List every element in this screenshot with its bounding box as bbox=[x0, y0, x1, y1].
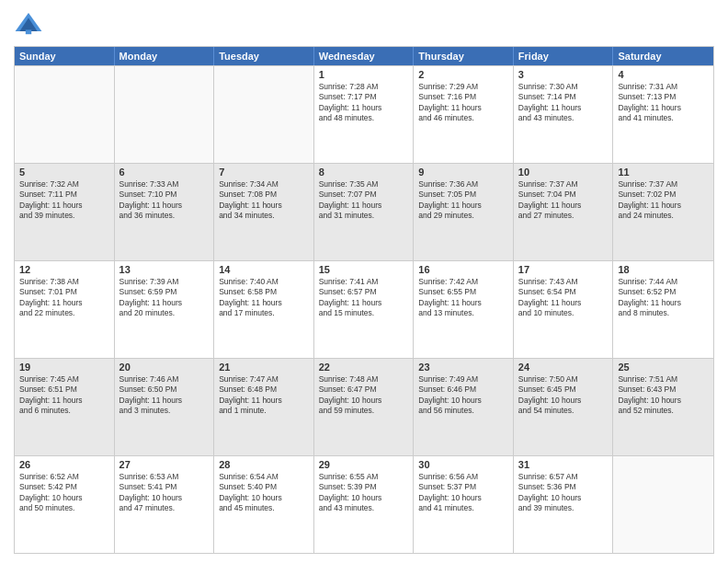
day-number: 1 bbox=[319, 69, 409, 80]
day-number: 28 bbox=[219, 459, 309, 470]
empty-cell-0-2 bbox=[214, 66, 314, 163]
day-info: Sunrise: 7:34 AMSunset: 7:08 PMDaylight:… bbox=[219, 179, 309, 222]
day-number: 15 bbox=[319, 264, 409, 275]
day-info: Sunrise: 7:45 AMSunset: 6:51 PMDaylight:… bbox=[19, 374, 109, 417]
day-number: 29 bbox=[319, 459, 409, 470]
header bbox=[14, 9, 714, 39]
day-cell-20: 20Sunrise: 7:46 AMSunset: 6:50 PMDayligh… bbox=[115, 359, 215, 455]
day-info: Sunrise: 6:53 AMSunset: 5:41 PMDaylight:… bbox=[119, 472, 210, 514]
day-cell-18: 18Sunrise: 7:44 AMSunset: 6:52 PMDayligh… bbox=[613, 261, 713, 358]
day-cell-13: 13Sunrise: 7:39 AMSunset: 6:59 PMDayligh… bbox=[115, 261, 215, 358]
day-cell-29: 29Sunrise: 6:55 AMSunset: 5:39 PMDayligh… bbox=[314, 456, 415, 553]
day-number: 7 bbox=[219, 167, 309, 178]
calendar-header: SundayMondayTuesdayWednesdayThursdayFrid… bbox=[15, 47, 713, 65]
day-number: 19 bbox=[19, 362, 109, 373]
logo-icon bbox=[14, 9, 43, 39]
day-info: Sunrise: 7:30 AMSunset: 7:14 PMDaylight:… bbox=[518, 82, 609, 124]
day-info: Sunrise: 6:55 AMSunset: 5:39 PMDaylight:… bbox=[319, 472, 409, 514]
day-number: 21 bbox=[219, 362, 309, 373]
header-day-wednesday: Wednesday bbox=[314, 47, 415, 65]
calendar-body: 1Sunrise: 7:28 AMSunset: 7:17 PMDaylight… bbox=[15, 65, 713, 553]
day-info: Sunrise: 7:51 AMSunset: 6:43 PMDaylight:… bbox=[618, 374, 709, 417]
svg-rect-2 bbox=[26, 29, 31, 34]
header-day-friday: Friday bbox=[514, 47, 614, 65]
day-cell-14: 14Sunrise: 7:40 AMSunset: 6:58 PMDayligh… bbox=[214, 261, 314, 358]
day-cell-24: 24Sunrise: 7:50 AMSunset: 6:45 PMDayligh… bbox=[514, 359, 614, 455]
day-info: Sunrise: 7:43 AMSunset: 6:54 PMDaylight:… bbox=[518, 277, 609, 319]
day-cell-2: 2Sunrise: 7:29 AMSunset: 7:16 PMDaylight… bbox=[414, 66, 514, 163]
day-info: Sunrise: 7:44 AMSunset: 6:52 PMDaylight:… bbox=[618, 277, 709, 319]
calendar-row-2: 12Sunrise: 7:38 AMSunset: 7:01 PMDayligh… bbox=[15, 260, 713, 358]
day-info: Sunrise: 6:52 AMSunset: 5:42 PMDaylight:… bbox=[19, 472, 109, 514]
day-info: Sunrise: 7:35 AMSunset: 7:07 PMDaylight:… bbox=[319, 179, 409, 222]
day-number: 22 bbox=[319, 362, 409, 373]
day-cell-22: 22Sunrise: 7:48 AMSunset: 6:47 PMDayligh… bbox=[314, 359, 415, 455]
header-day-saturday: Saturday bbox=[613, 47, 713, 65]
day-number: 16 bbox=[418, 264, 508, 275]
day-cell-16: 16Sunrise: 7:42 AMSunset: 6:55 PMDayligh… bbox=[414, 261, 514, 358]
page: SundayMondayTuesdayWednesdayThursdayFrid… bbox=[0, 0, 728, 563]
empty-cell-0-0 bbox=[15, 66, 115, 163]
empty-cell-0-1 bbox=[115, 66, 215, 163]
day-cell-25: 25Sunrise: 7:51 AMSunset: 6:43 PMDayligh… bbox=[613, 359, 713, 455]
day-info: Sunrise: 7:38 AMSunset: 7:01 PMDaylight:… bbox=[19, 277, 109, 319]
day-info: Sunrise: 7:37 AMSunset: 7:04 PMDaylight:… bbox=[518, 179, 609, 222]
day-cell-9: 9Sunrise: 7:36 AMSunset: 7:05 PMDaylight… bbox=[414, 164, 514, 260]
day-number: 14 bbox=[219, 264, 309, 275]
day-info: Sunrise: 7:33 AMSunset: 7:10 PMDaylight:… bbox=[119, 179, 210, 222]
day-cell-26: 26Sunrise: 6:52 AMSunset: 5:42 PMDayligh… bbox=[15, 456, 115, 553]
day-cell-6: 6Sunrise: 7:33 AMSunset: 7:10 PMDaylight… bbox=[115, 164, 215, 260]
day-info: Sunrise: 7:41 AMSunset: 6:57 PMDaylight:… bbox=[319, 277, 409, 319]
day-info: Sunrise: 7:29 AMSunset: 7:16 PMDaylight:… bbox=[418, 82, 508, 124]
day-cell-17: 17Sunrise: 7:43 AMSunset: 6:54 PMDayligh… bbox=[514, 261, 614, 358]
day-info: Sunrise: 6:56 AMSunset: 5:37 PMDaylight:… bbox=[418, 472, 508, 514]
day-number: 10 bbox=[518, 167, 609, 178]
header-day-sunday: Sunday bbox=[15, 47, 115, 65]
day-number: 6 bbox=[119, 167, 210, 178]
day-cell-21: 21Sunrise: 7:47 AMSunset: 6:48 PMDayligh… bbox=[214, 359, 314, 455]
day-number: 20 bbox=[119, 362, 210, 373]
day-number: 31 bbox=[518, 459, 609, 470]
day-number: 5 bbox=[19, 167, 109, 178]
day-cell-10: 10Sunrise: 7:37 AMSunset: 7:04 PMDayligh… bbox=[514, 164, 614, 260]
day-cell-23: 23Sunrise: 7:49 AMSunset: 6:46 PMDayligh… bbox=[414, 359, 514, 455]
day-info: Sunrise: 7:49 AMSunset: 6:46 PMDaylight:… bbox=[418, 374, 508, 417]
day-number: 18 bbox=[618, 264, 709, 275]
day-number: 25 bbox=[618, 362, 709, 373]
day-info: Sunrise: 7:46 AMSunset: 6:50 PMDaylight:… bbox=[119, 374, 210, 417]
day-number: 30 bbox=[418, 459, 508, 470]
calendar-row-3: 19Sunrise: 7:45 AMSunset: 6:51 PMDayligh… bbox=[15, 358, 713, 455]
day-number: 26 bbox=[19, 459, 109, 470]
day-info: Sunrise: 7:32 AMSunset: 7:11 PMDaylight:… bbox=[19, 179, 109, 222]
day-info: Sunrise: 7:47 AMSunset: 6:48 PMDaylight:… bbox=[219, 374, 309, 417]
day-number: 9 bbox=[418, 167, 508, 178]
day-cell-27: 27Sunrise: 6:53 AMSunset: 5:41 PMDayligh… bbox=[115, 456, 215, 553]
day-cell-7: 7Sunrise: 7:34 AMSunset: 7:08 PMDaylight… bbox=[214, 164, 314, 260]
day-cell-15: 15Sunrise: 7:41 AMSunset: 6:57 PMDayligh… bbox=[314, 261, 415, 358]
day-cell-1: 1Sunrise: 7:28 AMSunset: 7:17 PMDaylight… bbox=[314, 66, 415, 163]
calendar-row-0: 1Sunrise: 7:28 AMSunset: 7:17 PMDaylight… bbox=[15, 65, 713, 163]
day-number: 4 bbox=[618, 69, 709, 80]
header-day-monday: Monday bbox=[115, 47, 215, 65]
day-number: 3 bbox=[518, 69, 609, 80]
day-cell-3: 3Sunrise: 7:30 AMSunset: 7:14 PMDaylight… bbox=[514, 66, 614, 163]
header-day-tuesday: Tuesday bbox=[214, 47, 314, 65]
logo bbox=[14, 9, 47, 39]
day-info: Sunrise: 7:36 AMSunset: 7:05 PMDaylight:… bbox=[418, 179, 508, 222]
day-info: Sunrise: 7:40 AMSunset: 6:58 PMDaylight:… bbox=[219, 277, 309, 319]
day-info: Sunrise: 7:28 AMSunset: 7:17 PMDaylight:… bbox=[319, 82, 409, 124]
day-number: 11 bbox=[618, 167, 709, 178]
day-number: 24 bbox=[518, 362, 609, 373]
day-cell-11: 11Sunrise: 7:37 AMSunset: 7:02 PMDayligh… bbox=[613, 164, 713, 260]
day-info: Sunrise: 7:48 AMSunset: 6:47 PMDaylight:… bbox=[319, 374, 409, 417]
day-number: 23 bbox=[418, 362, 508, 373]
day-number: 8 bbox=[319, 167, 409, 178]
day-info: Sunrise: 7:42 AMSunset: 6:55 PMDaylight:… bbox=[418, 277, 508, 319]
day-number: 27 bbox=[119, 459, 210, 470]
day-cell-8: 8Sunrise: 7:35 AMSunset: 7:07 PMDaylight… bbox=[314, 164, 415, 260]
day-cell-5: 5Sunrise: 7:32 AMSunset: 7:11 PMDaylight… bbox=[15, 164, 115, 260]
day-info: Sunrise: 7:31 AMSunset: 7:13 PMDaylight:… bbox=[618, 82, 709, 124]
day-info: Sunrise: 7:50 AMSunset: 6:45 PMDaylight:… bbox=[518, 374, 609, 417]
day-number: 12 bbox=[19, 264, 109, 275]
day-info: Sunrise: 6:57 AMSunset: 5:36 PMDaylight:… bbox=[518, 472, 609, 514]
